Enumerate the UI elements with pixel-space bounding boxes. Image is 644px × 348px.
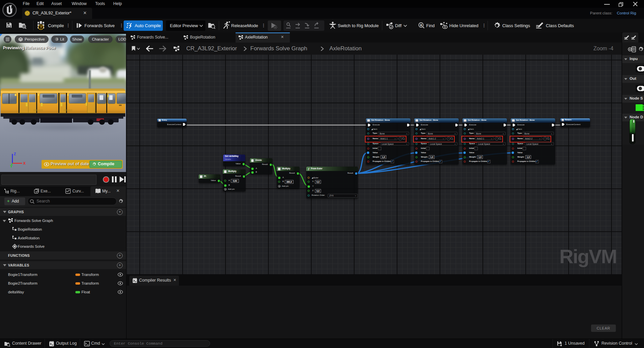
svg-text:Y: Y (10, 164, 13, 168)
svg-text:⊕: ⊕ (420, 23, 423, 27)
svg-text:X: X (23, 161, 26, 165)
svg-text:?: ? (40, 25, 42, 29)
svg-text:Z: Z (14, 152, 16, 156)
